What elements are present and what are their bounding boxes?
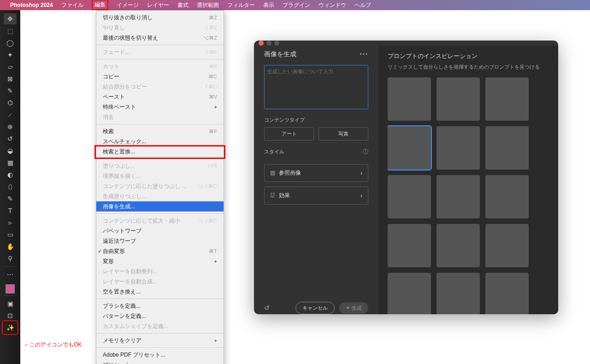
inspiration-thumb[interactable] <box>388 126 431 170</box>
generate-image-tool-icon[interactable]: ✨ <box>4 322 17 333</box>
maximize-icon[interactable] <box>274 41 279 46</box>
sliders-icon: ☳ <box>270 192 275 199</box>
inspiration-thumb[interactable] <box>437 224 480 267</box>
menu-file[interactable]: ファイル <box>61 1 83 9</box>
inspiration-thumb[interactable] <box>485 126 529 170</box>
inspiration-thumb[interactable] <box>437 175 480 218</box>
pen-tool-icon[interactable]: ✎ <box>4 193 17 204</box>
effects-label: 効果 <box>279 192 290 199</box>
move-tool-icon[interactable]: ✥ <box>4 13 17 24</box>
path-tool-icon[interactable]: ▹ <box>4 217 17 228</box>
inspiration-thumb[interactable] <box>437 273 480 315</box>
content-type-photo-button[interactable]: 写真 <box>319 127 368 141</box>
menu-item[interactable]: パターンを定義... <box>96 311 224 321</box>
crop-tool-icon[interactable]: ▱ <box>4 61 17 72</box>
foreground-color-swatch[interactable] <box>6 284 15 294</box>
chevron-right-icon: › <box>360 170 362 176</box>
quickmask-tool-icon[interactable]: ▣ <box>4 298 17 309</box>
menu-item[interactable]: メモリをクリア <box>96 335 224 346</box>
menu-type[interactable]: 書式 <box>177 1 189 9</box>
inspiration-thumb[interactable] <box>388 273 431 315</box>
wand-tool-icon[interactable]: ✦ <box>4 49 17 60</box>
menu-item[interactable]: 特殊ペースト <box>96 102 224 112</box>
menu-filter[interactable]: フィルター <box>227 1 255 9</box>
generate-panel: 画像を生成 ••• コンテンツタイプ アート 写真 スタイル ⓘ ▧参照画像 ›… <box>254 46 378 314</box>
inspiration-thumb[interactable] <box>485 273 529 315</box>
menu-layer[interactable]: レイヤー <box>147 1 169 9</box>
menu-item[interactable]: 切り抜きの取り消し⌘Z <box>96 12 224 23</box>
menu-item: コンテンツに応じて拡大・縮小⌥⇧⌘C <box>96 216 224 226</box>
menu-view[interactable]: 表示 <box>263 1 274 9</box>
inspiration-thumb[interactable] <box>388 224 431 267</box>
inspiration-thumb[interactable] <box>485 77 529 121</box>
menu-separator <box>96 159 224 159</box>
eraser-tool-icon[interactable]: ◒ <box>4 145 17 156</box>
hand-tool-icon[interactable]: ✋ <box>4 241 17 252</box>
zoom-tool-icon[interactable]: ⚲ <box>4 253 17 264</box>
more-options-icon[interactable]: ••• <box>360 51 368 58</box>
reset-icon[interactable]: ↺ <box>264 304 270 311</box>
dodge-tool-icon[interactable]: ⬯ <box>4 181 17 192</box>
left-toolbar: ✥ ⬚ ◯ ✦ ▱ ⊠ ✎ ⌬ ⟋ ⊕ ↺ ◒ ▦ ◐ ⬯ ✎ T ▹ ▭ ✋ … <box>0 10 20 364</box>
menu-item[interactable]: ペースト⌘V <box>96 92 224 102</box>
menu-item[interactable]: パペットワープ <box>96 226 224 236</box>
menu-item: カスタムシェイプを定義... <box>96 321 224 331</box>
menu-item[interactable]: 検索と置換... <box>96 147 224 157</box>
eyedropper-tool-icon[interactable]: ✎ <box>4 85 17 96</box>
menu-image[interactable]: イメージ <box>117 1 139 9</box>
close-icon[interactable] <box>259 41 264 46</box>
minimize-icon[interactable] <box>266 41 271 46</box>
content-type-art-button[interactable]: アート <box>264 127 314 141</box>
menu-item[interactable]: ✓自由変形⌘T <box>96 246 224 256</box>
generate-button[interactable]: ✦生成 <box>339 302 368 314</box>
menu-item: レイヤーを自動整列... <box>96 266 224 276</box>
prompt-input[interactable] <box>264 65 368 109</box>
menu-help[interactable]: ヘルプ <box>354 1 371 9</box>
brush-tool-icon[interactable]: ⟋ <box>4 109 17 120</box>
menu-item[interactable]: スペルチェック... <box>96 136 224 147</box>
shape-tool-icon[interactable]: ▭ <box>4 229 17 240</box>
inspiration-thumb[interactable] <box>485 224 529 267</box>
dialog-title: 画像を生成 <box>264 50 296 59</box>
menu-item[interactable]: 変形 <box>96 256 224 266</box>
menu-item[interactable]: 遠近法ワープ <box>96 236 224 246</box>
stamp-tool-icon[interactable]: ⊕ <box>4 121 17 132</box>
menu-item[interactable]: コピー⌘C <box>96 71 224 82</box>
marquee-tool-icon[interactable]: ⬚ <box>4 25 17 36</box>
menu-separator <box>96 45 224 45</box>
history-brush-tool-icon[interactable]: ↺ <box>4 133 17 144</box>
screenmode-tool-icon[interactable]: ⊡ <box>4 310 17 321</box>
menu-item[interactable]: 最後の状態を切り替え⌥⌘Z <box>96 33 224 43</box>
inspiration-thumb[interactable] <box>437 126 480 170</box>
inspiration-grid-scroll[interactable] <box>388 77 556 315</box>
frame-tool-icon[interactable]: ⊠ <box>4 73 17 84</box>
gradient-tool-icon[interactable]: ▦ <box>4 157 17 168</box>
inspiration-thumb[interactable] <box>388 77 431 121</box>
menu-item: 境界線を描く... <box>96 171 224 181</box>
blur-tool-icon[interactable]: ◐ <box>4 169 17 180</box>
inspiration-thumb[interactable] <box>485 175 529 218</box>
effects-accordion[interactable]: ☳効果 › <box>264 187 368 205</box>
menu-separator <box>96 333 224 334</box>
menu-item: 塗りつぶし...⇧F5 <box>96 161 224 171</box>
menu-select[interactable]: 選択範囲 <box>197 1 219 9</box>
inspiration-thumb[interactable] <box>437 77 480 121</box>
inspiration-thumb[interactable] <box>388 175 431 218</box>
menu-item[interactable]: 検索⌘F <box>96 126 224 136</box>
type-tool-icon[interactable]: T <box>4 205 17 216</box>
reference-image-accordion[interactable]: ▧参照画像 › <box>264 164 368 182</box>
menu-item[interactable]: ブラシを定義... <box>96 301 224 311</box>
menu-item[interactable]: Adobe PDF プリセット... <box>96 350 224 360</box>
menu-item[interactable]: 画像を生成... <box>96 201 224 211</box>
inspiration-panel: プロンプトのインスピレーション リミックスして自分らしさを発揮するためのプロンプ… <box>378 46 558 314</box>
menu-item[interactable]: 空を置き換え... <box>96 287 224 297</box>
lasso-tool-icon[interactable]: ◯ <box>4 37 17 48</box>
more-tool-icon[interactable]: ⋯ <box>4 269 17 280</box>
heal-tool-icon[interactable]: ⌬ <box>4 97 17 108</box>
cancel-button[interactable]: キャンセル <box>295 302 335 314</box>
menu-plugin[interactable]: プラグイン <box>283 1 310 9</box>
menu-item[interactable]: プリセット <box>96 360 224 364</box>
info-icon[interactable]: ⓘ <box>363 148 368 156</box>
menu-edit[interactable]: 編集 <box>92 0 108 10</box>
menu-window[interactable]: ウィンドウ <box>319 1 346 9</box>
